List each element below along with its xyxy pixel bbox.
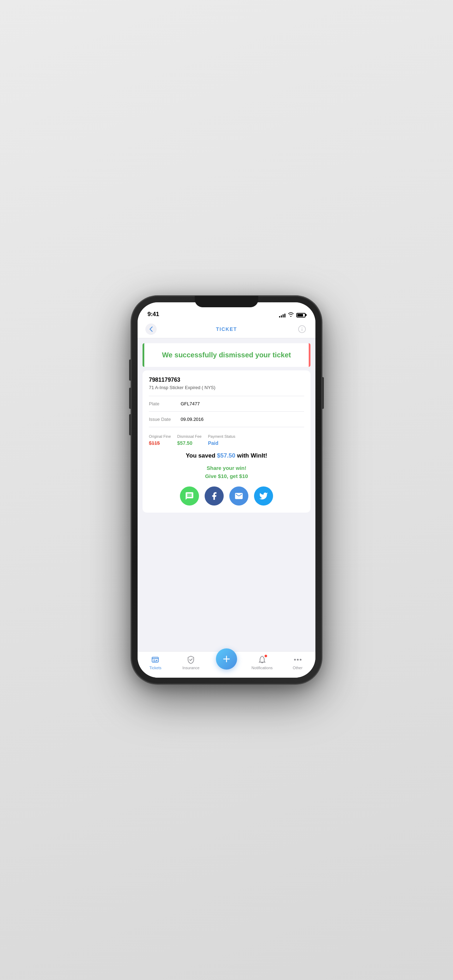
main-content: We successfully dismissed your ticket 79…	[138, 338, 315, 651]
signal-bar-2	[281, 315, 282, 318]
payment-status-label: Payment Status	[208, 434, 235, 439]
original-fine-item: Original Fine $115	[149, 434, 171, 446]
signal-bars-icon	[279, 313, 285, 318]
divider-2	[149, 411, 304, 412]
status-icons	[279, 312, 305, 318]
original-fine-label: Original Fine	[149, 434, 171, 439]
share-email-button[interactable]	[229, 487, 248, 506]
svg-point-3	[156, 660, 157, 662]
signal-bar-4	[285, 313, 285, 318]
status-time: 9:41	[148, 311, 159, 318]
tab-other-label: Other	[293, 666, 303, 670]
ticket-number: 7981179763	[149, 377, 304, 383]
divider-1	[149, 396, 304, 396]
share-text: Share your win! Give $10, get $10	[149, 464, 304, 480]
battery-fill	[297, 314, 303, 317]
info-button[interactable]	[296, 323, 308, 335]
saved-text: You saved $57.50 with WinIt!	[149, 452, 304, 459]
tab-notifications-label: Notifications	[251, 666, 273, 670]
success-message: We successfully dismissed your ticket	[162, 351, 291, 359]
dismissal-fee-value: $57.50	[177, 440, 202, 446]
phone-screen: 9:41	[138, 302, 315, 678]
tab-add[interactable]	[209, 654, 245, 671]
tab-tickets[interactable]: Tickets	[138, 654, 173, 671]
share-buttons	[149, 487, 304, 506]
payment-status-value: Paid	[208, 440, 235, 446]
signal-bar-3	[283, 314, 284, 318]
tab-insurance[interactable]: Insurance	[173, 654, 209, 671]
tickets-icon	[151, 655, 160, 664]
tab-bar: Tickets Insurance	[138, 651, 315, 678]
divider-3	[149, 427, 304, 427]
ticket-card: 7981179763 71 A-Insp Sticker Expired ( N…	[143, 371, 310, 512]
plate-label: Plate	[149, 401, 181, 406]
notch	[195, 296, 258, 307]
issue-date-label: Issue Date	[149, 417, 181, 422]
tab-other[interactable]: Other	[280, 654, 315, 671]
dismissal-fee-label: Dismissal Fee	[177, 434, 202, 439]
tab-insurance-label: Insurance	[183, 666, 199, 670]
saved-amount: $57.50	[217, 452, 235, 459]
signal-bar-1	[279, 316, 280, 318]
issue-date-value: 09.09.2016	[181, 417, 203, 422]
tab-tickets-label: Tickets	[149, 666, 161, 670]
phone-shell: 9:41	[131, 296, 322, 684]
nav-bar: TICKET	[138, 320, 315, 338]
wifi-icon	[288, 312, 294, 318]
svg-point-4	[294, 659, 296, 661]
add-button[interactable]	[216, 648, 237, 670]
svg-rect-2	[152, 657, 158, 662]
payment-status-item: Payment Status Paid	[208, 434, 235, 446]
back-button[interactable]	[145, 323, 157, 335]
insurance-icon	[186, 655, 196, 664]
nav-title: TICKET	[216, 326, 237, 332]
saved-suffix: with WinIt!	[235, 452, 267, 459]
page-wrapper: 9:41	[0, 0, 453, 980]
share-message-button[interactable]	[180, 487, 199, 506]
dismissal-fee-item: Dismissal Fee $57.50	[177, 434, 202, 446]
battery-icon	[296, 313, 305, 318]
share-line1: Share your win!	[149, 464, 304, 473]
saved-prefix: You saved	[186, 452, 217, 459]
issue-date-field: Issue Date 09.09.2016	[149, 417, 304, 422]
svg-point-1	[302, 328, 302, 328]
tab-notifications[interactable]: Notifications	[244, 654, 280, 671]
share-line2: Give $10, get $10	[149, 473, 304, 480]
plate-field: Plate GFL7477	[149, 401, 304, 406]
fees-row: Original Fine $115 Dismissal Fee $57.50 …	[149, 432, 304, 446]
notification-badge	[264, 654, 267, 657]
plate-value: GFL7477	[181, 401, 200, 406]
success-banner: We successfully dismissed your ticket	[143, 343, 310, 367]
notifications-icon	[257, 655, 267, 664]
other-icon	[293, 655, 302, 664]
share-facebook-button[interactable]	[205, 487, 224, 506]
svg-point-6	[300, 659, 301, 661]
svg-point-5	[297, 659, 299, 661]
share-twitter-button[interactable]	[254, 487, 273, 506]
ticket-description: 71 A-Insp Sticker Expired ( NYS)	[149, 385, 304, 390]
original-fine-value: $115	[149, 440, 171, 446]
